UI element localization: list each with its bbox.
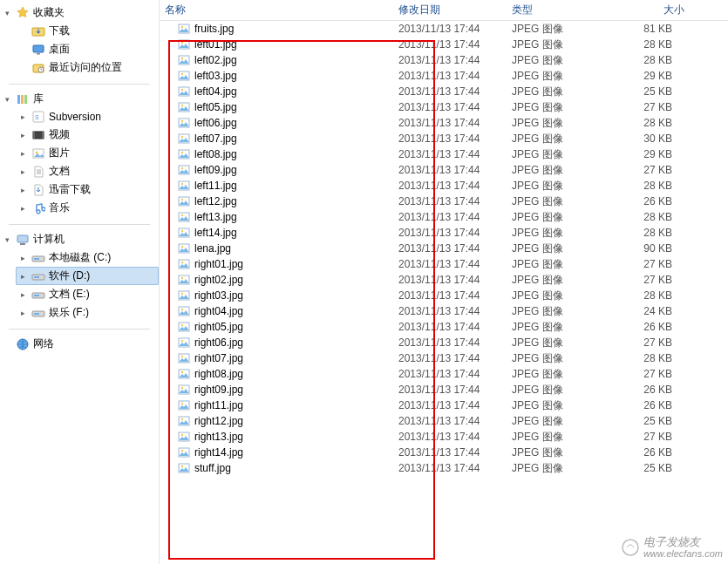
file-row[interactable]: left05.jpg2013/11/13 17:44JPEG 图像27 KB bbox=[160, 99, 728, 115]
sidebar-item-label: 音乐 bbox=[49, 200, 70, 215]
sidebar-item-music[interactable]: ▸ 音乐 bbox=[16, 199, 159, 217]
favorites-group: ▾ 收藏夹 下载 桌 bbox=[0, 3, 159, 77]
image-file-icon bbox=[177, 351, 191, 365]
file-type: JPEG 图像 bbox=[507, 336, 602, 350]
file-row[interactable]: right09.jpg2013/11/13 17:44JPEG 图像26 KB bbox=[160, 382, 728, 398]
file-name: left07.jpg bbox=[194, 133, 237, 145]
svg-point-59 bbox=[181, 277, 183, 279]
file-row[interactable]: right14.jpg2013/11/13 17:44JPEG 图像26 KB bbox=[160, 445, 728, 460]
file-type: JPEG 图像 bbox=[507, 132, 602, 146]
svg-point-51 bbox=[181, 214, 183, 216]
svg-point-61 bbox=[181, 293, 183, 295]
sidebar-item-desktop[interactable]: 桌面 bbox=[16, 40, 159, 58]
file-row[interactable]: left08.jpg2013/11/13 17:44JPEG 图像29 KB bbox=[160, 146, 728, 162]
library-header[interactable]: ▾ 库 bbox=[0, 90, 159, 108]
svg-point-69 bbox=[181, 356, 183, 357]
image-file-icon bbox=[177, 336, 191, 350]
file-row[interactable]: left07.jpg2013/11/13 17:44JPEG 图像30 KB bbox=[160, 131, 728, 146]
file-name: left06.jpg bbox=[194, 117, 237, 129]
file-row[interactable]: right06.jpg2013/11/13 17:44JPEG 图像27 KB bbox=[160, 335, 728, 350]
file-row[interactable]: fruits.jpg2013/11/13 17:44JPEG 图像81 KB bbox=[160, 21, 728, 37]
svg-point-83 bbox=[181, 465, 183, 467]
file-row[interactable]: left11.jpg2013/11/13 17:44JPEG 图像28 KB bbox=[160, 178, 728, 194]
favorites-label: 收藏夹 bbox=[33, 5, 65, 20]
file-size: 24 KB bbox=[602, 305, 690, 317]
computer-header[interactable]: ▾ 计算机 bbox=[0, 230, 159, 248]
sidebar-item-drive-e[interactable]: ▸ 文档 (E:) bbox=[16, 285, 159, 303]
file-list: fruits.jpg2013/11/13 17:44JPEG 图像81 KBle… bbox=[160, 21, 728, 476]
file-row[interactable]: right01.jpg2013/11/13 17:44JPEG 图像27 KB bbox=[160, 256, 728, 272]
file-row[interactable]: left01.jpg2013/11/13 17:44JPEG 图像28 KB bbox=[160, 37, 728, 52]
sidebar-item-label: 文档 bbox=[49, 164, 70, 179]
column-header-size[interactable]: 大小 bbox=[602, 3, 690, 17]
column-header-date[interactable]: 修改日期 bbox=[393, 3, 507, 17]
file-type: JPEG 图像 bbox=[507, 37, 602, 52]
svg-point-55 bbox=[181, 246, 183, 248]
sidebar-item-videos[interactable]: ▸ 视频 bbox=[16, 126, 159, 144]
file-size: 26 KB bbox=[602, 195, 690, 207]
svg-point-71 bbox=[181, 371, 183, 373]
file-row[interactable]: right12.jpg2013/11/13 17:44JPEG 图像25 KB bbox=[160, 413, 728, 429]
sidebar-item-downloads[interactable]: 下载 bbox=[16, 22, 159, 40]
expand-arrow-icon: ▸ bbox=[21, 204, 30, 213]
sidebar-item-label: 桌面 bbox=[49, 42, 70, 57]
file-row[interactable]: stuff.jpg2013/11/13 17:44JPEG 图像25 KB bbox=[160, 460, 728, 476]
sidebar-item-pictures[interactable]: ▸ 图片 bbox=[16, 144, 159, 162]
image-file-icon bbox=[177, 163, 191, 177]
file-row[interactable]: left14.jpg2013/11/13 17:44JPEG 图像28 KB bbox=[160, 225, 728, 241]
file-size: 29 KB bbox=[602, 148, 690, 160]
file-date: 2013/11/13 17:44 bbox=[393, 117, 507, 129]
file-row[interactable]: right03.jpg2013/11/13 17:44JPEG 图像28 KB bbox=[160, 288, 728, 303]
svg-rect-15 bbox=[17, 235, 28, 242]
file-type: JPEG 图像 bbox=[507, 430, 602, 445]
collapse-arrow-icon: ▾ bbox=[5, 235, 14, 244]
file-date: 2013/11/13 17:44 bbox=[393, 431, 507, 443]
file-row[interactable]: left06.jpg2013/11/13 17:44JPEG 图像28 KB bbox=[160, 115, 728, 131]
expand-arrow-icon: ▸ bbox=[21, 186, 30, 194]
file-type: JPEG 图像 bbox=[507, 273, 602, 288]
file-row[interactable]: right11.jpg2013/11/13 17:44JPEG 图像26 KB bbox=[160, 398, 728, 413]
sidebar-item-drive-f[interactable]: ▸ 娱乐 (F:) bbox=[16, 303, 159, 322]
file-row[interactable]: right08.jpg2013/11/13 17:44JPEG 图像27 KB bbox=[160, 366, 728, 382]
file-row[interactable]: right07.jpg2013/11/13 17:44JPEG 图像28 KB bbox=[160, 350, 728, 366]
sidebar-item-thunder[interactable]: ▸ 迅雷下载 bbox=[16, 180, 159, 199]
svg-point-73 bbox=[181, 387, 183, 389]
file-row[interactable]: left03.jpg2013/11/13 17:44JPEG 图像29 KB bbox=[160, 68, 728, 84]
sidebar-item-drive-c[interactable]: ▸ 本地磁盘 (C:) bbox=[16, 248, 159, 267]
column-header-name[interactable]: 名称 bbox=[160, 3, 393, 17]
file-row[interactable]: lena.jpg2013/11/13 17:44JPEG 图像90 KB bbox=[160, 241, 728, 256]
svg-point-57 bbox=[181, 262, 183, 263]
file-row[interactable]: left13.jpg2013/11/13 17:44JPEG 图像28 KB bbox=[160, 209, 728, 225]
file-type: JPEG 图像 bbox=[507, 304, 602, 319]
file-row[interactable]: right05.jpg2013/11/13 17:44JPEG 图像26 KB bbox=[160, 319, 728, 335]
svg-point-29 bbox=[181, 42, 183, 44]
file-row[interactable]: left02.jpg2013/11/13 17:44JPEG 图像28 KB bbox=[160, 52, 728, 68]
file-row[interactable]: right02.jpg2013/11/13 17:44JPEG 图像27 KB bbox=[160, 272, 728, 288]
file-date: 2013/11/13 17:44 bbox=[393, 321, 507, 333]
sidebar-item-drive-d[interactable]: ▸ 软件 (D:) bbox=[16, 267, 159, 285]
file-type: JPEG 图像 bbox=[507, 351, 602, 366]
image-file-icon bbox=[177, 210, 191, 224]
collapse-arrow-icon: ▾ bbox=[5, 9, 14, 17]
favorites-header[interactable]: ▾ 收藏夹 bbox=[0, 3, 159, 22]
file-size: 28 KB bbox=[602, 227, 690, 239]
file-row[interactable]: left04.jpg2013/11/13 17:44JPEG 图像25 KB bbox=[160, 84, 728, 99]
sidebar-item-recent[interactable]: 最近访问的位置 bbox=[16, 58, 159, 77]
image-file-icon bbox=[177, 398, 191, 412]
file-type: JPEG 图像 bbox=[507, 257, 602, 272]
sidebar-item-documents[interactable]: ▸ 文档 bbox=[16, 162, 159, 180]
file-type: JPEG 图像 bbox=[507, 116, 602, 131]
file-name: right13.jpg bbox=[194, 431, 243, 443]
sidebar-item-subversion[interactable]: ▸ S Subversion bbox=[16, 108, 159, 126]
file-row[interactable]: right13.jpg2013/11/13 17:44JPEG 图像27 KB bbox=[160, 429, 728, 445]
file-row[interactable]: left09.jpg2013/11/13 17:44JPEG 图像27 KB bbox=[160, 162, 728, 178]
file-row[interactable]: right04.jpg2013/11/13 17:44JPEG 图像24 KB bbox=[160, 303, 728, 319]
file-type: JPEG 图像 bbox=[507, 241, 602, 256]
file-type: JPEG 图像 bbox=[507, 398, 602, 413]
network-header[interactable]: ▸ 网络 bbox=[0, 335, 159, 353]
svg-point-65 bbox=[181, 324, 183, 326]
file-row[interactable]: left12.jpg2013/11/13 17:44JPEG 图像26 KB bbox=[160, 194, 728, 209]
column-header-type[interactable]: 类型 bbox=[507, 3, 602, 17]
file-date: 2013/11/13 17:44 bbox=[393, 211, 507, 223]
file-size: 28 KB bbox=[602, 289, 690, 302]
